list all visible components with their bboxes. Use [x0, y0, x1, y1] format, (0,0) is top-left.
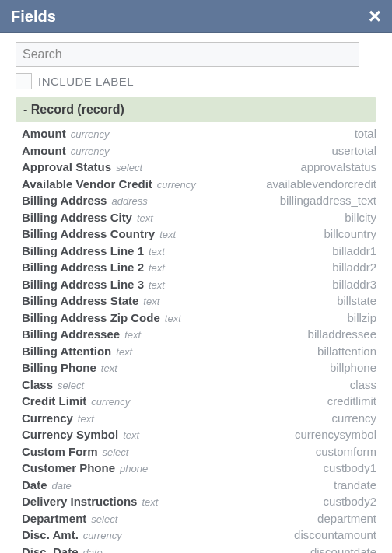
field-row[interactable]: Delivery Instructionstextcustbody2	[22, 495, 376, 512]
field-label: Disc. Amt.	[22, 528, 79, 541]
field-label: Billing Address State	[22, 294, 138, 307]
field-row[interactable]: Amountcurrencytotal	[22, 127, 376, 144]
field-row[interactable]: Currency Symboltextcurrencysymbol	[22, 428, 376, 445]
field-type: text	[142, 496, 158, 508]
toolbar	[0, 33, 392, 70]
field-type: text	[143, 296, 159, 307]
field-type: currency	[91, 396, 130, 408]
field-id: creditlimit	[327, 394, 376, 408]
field-id: billaddr1	[332, 244, 376, 257]
field-type: date	[83, 547, 103, 554]
field-label: Billing Phone	[22, 361, 96, 374]
field-id: customform	[316, 445, 376, 458]
field-type: select	[91, 513, 117, 525]
field-row[interactable]: Currencytextcurrency	[22, 411, 376, 429]
field-label: Delivery Instructions	[22, 495, 137, 508]
field-label: Disc. Date	[22, 545, 79, 554]
field-row[interactable]: Billing Address Line 3textbilladdr3	[22, 278, 376, 295]
field-row[interactable]: Customer Phonephonecustbody1	[22, 461, 376, 478]
field-label: Date	[22, 478, 47, 492]
field-id: billcountry	[324, 227, 376, 240]
field-row[interactable]: Billing Address Line 2textbilladdr2	[22, 261, 376, 278]
include-label-checkbox[interactable]	[16, 73, 32, 89]
field-row[interactable]: Billing Address Line 1textbilladdr1	[22, 244, 376, 261]
field-label: Available Vendor Credit	[22, 177, 152, 191]
field-label: Amount	[22, 127, 66, 140]
field-label: Billing Addressee	[22, 327, 120, 341]
field-id: discountdate	[310, 545, 376, 554]
field-row[interactable]: Credit Limitcurrencycreditlimit	[22, 394, 376, 411]
field-row[interactable]: Datedatetrandate	[22, 478, 376, 495]
field-row[interactable]: Billing Addresseetextbilladdressee	[22, 327, 376, 345]
field-type: text	[116, 346, 132, 358]
field-label: Custom Form	[22, 445, 98, 458]
field-id: trandate	[334, 478, 376, 492]
field-type: currency	[71, 128, 110, 140]
field-type: currency	[71, 145, 110, 157]
field-id: billstate	[337, 294, 376, 307]
include-label-text: INCLUDE LABEL	[38, 75, 134, 88]
field-label: Currency Symbol	[22, 428, 118, 441]
field-type: text	[101, 362, 117, 374]
field-id: billphone	[330, 361, 376, 374]
field-label: Credit Limit	[22, 394, 86, 408]
field-id: custbody1	[324, 461, 376, 474]
field-id: custbody2	[324, 495, 376, 508]
field-label: Amount	[22, 144, 66, 157]
field-type: select	[103, 446, 129, 458]
fields-panel: Fields × INCLUDE LABEL - Record (record)…	[0, 0, 392, 553]
field-id: currencysymbol	[295, 428, 376, 441]
field-type: text	[149, 246, 165, 257]
field-label: Billing Address Zip Code	[22, 311, 160, 324]
field-row[interactable]: Billing Phonetextbillphone	[22, 361, 376, 378]
field-label: Class	[22, 378, 53, 391]
field-label: Department	[22, 512, 86, 525]
field-row[interactable]: Custom Formselectcustomform	[22, 445, 376, 462]
field-row[interactable]: Billing Addressaddressbillingaddress_tex…	[22, 194, 376, 211]
field-row[interactable]: Billing Address Zip Codetextbillzip	[22, 311, 376, 328]
field-row[interactable]: Classselectclass	[22, 378, 376, 395]
field-type: text	[165, 313, 181, 324]
field-label: Billing Address Line 3	[22, 278, 144, 291]
field-label: Billing Address City	[22, 211, 132, 224]
field-row[interactable]: Disc. Amt.currencydiscountamount	[22, 528, 376, 545]
field-row[interactable]: Available Vendor Creditcurrencyavailable…	[22, 177, 376, 194]
field-label: Approval Status	[22, 160, 111, 173]
field-type: select	[116, 162, 142, 173]
titlebar: Fields ×	[0, 0, 392, 33]
close-icon[interactable]: ×	[369, 5, 381, 27]
field-type: date	[52, 480, 72, 492]
field-type: text	[124, 329, 141, 341]
field-label: Customer Phone	[22, 461, 115, 474]
field-row[interactable]: Disc. Datedatediscountdate	[22, 545, 376, 554]
field-label: Billing Attention	[22, 345, 111, 358]
field-label: Billing Address Line 2	[22, 261, 144, 274]
field-label: Billing Address Country	[22, 227, 155, 240]
field-type: text	[149, 279, 165, 291]
search-input[interactable]	[16, 42, 359, 67]
field-row[interactable]: Billing Attentiontextbillattention	[22, 345, 376, 362]
field-id: usertotal	[331, 144, 376, 157]
field-id: approvalstatus	[300, 160, 376, 173]
field-type: text	[78, 413, 94, 425]
group-header-title: - Record (record)	[23, 103, 124, 116]
field-id: availablevendorcredit	[266, 177, 376, 191]
field-id: currency	[331, 411, 376, 425]
field-label: Billing Address	[22, 194, 107, 207]
field-type: text	[149, 262, 165, 274]
field-type: phone	[120, 463, 148, 474]
field-type: currency	[83, 530, 122, 541]
field-row[interactable]: Amountcurrencyusertotal	[22, 144, 376, 161]
field-row[interactable]: Departmentselectdepartment	[22, 512, 376, 529]
group-header[interactable]: - Record (record)	[16, 97, 376, 122]
field-id: billingaddress_text	[280, 194, 376, 207]
include-label-row: INCLUDE LABEL	[0, 70, 392, 97]
field-id: discountamount	[294, 528, 376, 541]
field-row[interactable]: Billing Address Citytextbillcity	[22, 211, 376, 228]
field-row[interactable]: Approval Statusselectapprovalstatus	[22, 160, 376, 177]
field-row[interactable]: Billing Address Statetextbillstate	[22, 294, 376, 311]
field-type: currency	[157, 179, 196, 191]
field-type: text	[159, 229, 176, 240]
field-row[interactable]: Billing Address Countrytextbillcountry	[22, 227, 376, 244]
field-type: address	[111, 195, 147, 207]
